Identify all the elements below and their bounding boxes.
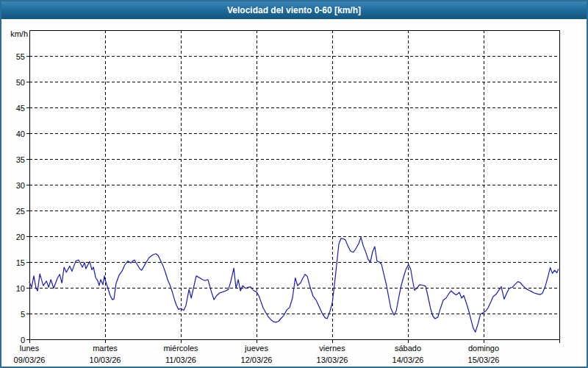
- x-day-label: sábado: [395, 344, 421, 353]
- wind-speed-chart: 0510152025303540455055km/hlunes09/03/26m…: [1, 19, 587, 367]
- x-date-label: 12/03/26: [241, 355, 273, 364]
- x-day-label: martes: [93, 344, 118, 353]
- y-tick-label: 5: [21, 310, 25, 319]
- x-date-label: 14/03/26: [392, 355, 424, 364]
- chart-area: 0510152025303540455055km/hlunes09/03/26m…: [1, 19, 587, 367]
- x-day-label: lunes: [20, 344, 40, 353]
- y-tick-label: 55: [16, 52, 25, 61]
- x-date-label: 13/03/26: [317, 355, 348, 364]
- x-date-label: 10/03/26: [90, 355, 121, 364]
- y-tick-label: 20: [16, 233, 25, 241]
- y-tick-label: 0: [21, 336, 25, 344]
- x-date-label: 09/03/26: [14, 355, 46, 364]
- x-day-label: jueves: [244, 344, 268, 353]
- x-date-label: 11/03/26: [165, 355, 196, 364]
- y-tick-label: 25: [16, 207, 25, 216]
- y-tick-label: 40: [16, 130, 25, 138]
- y-tick-label: 30: [16, 181, 25, 190]
- app-window: Velocidad del viento 0-60 [km/h] 0510152…: [0, 0, 588, 368]
- y-tick-label: 35: [16, 155, 25, 164]
- y-axis-unit-label: km/h: [10, 29, 28, 38]
- x-date-label: 15/03/26: [468, 355, 500, 364]
- window-title: Velocidad del viento 0-60 [km/h]: [227, 5, 361, 15]
- y-tick-label: 45: [16, 104, 25, 113]
- y-tick-label: 15: [16, 258, 25, 267]
- x-day-label: domingo: [468, 344, 499, 353]
- y-tick-label: 50: [16, 78, 25, 87]
- x-day-label: miércoles: [163, 344, 198, 353]
- y-tick-label: 10: [16, 284, 25, 293]
- x-day-label: viernes: [319, 344, 345, 353]
- title-bar: Velocidad del viento 0-60 [km/h]: [1, 1, 587, 19]
